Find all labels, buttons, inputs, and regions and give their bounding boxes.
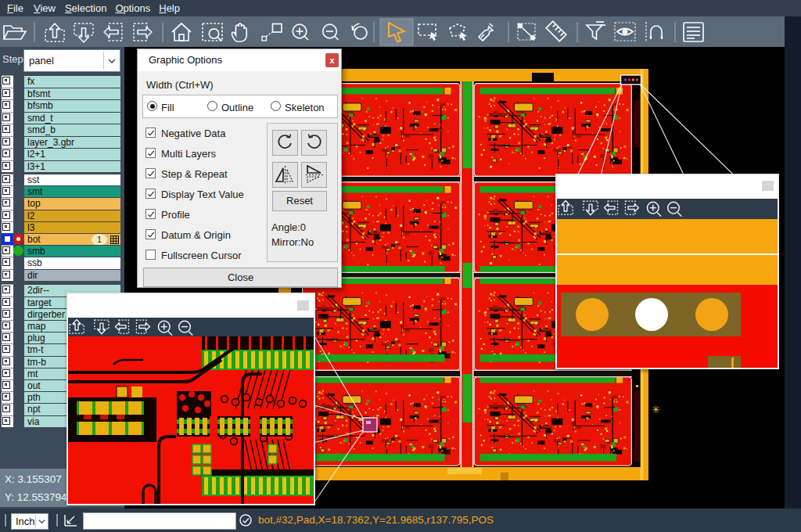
svg-text:✳: ✳ [652, 404, 660, 415]
